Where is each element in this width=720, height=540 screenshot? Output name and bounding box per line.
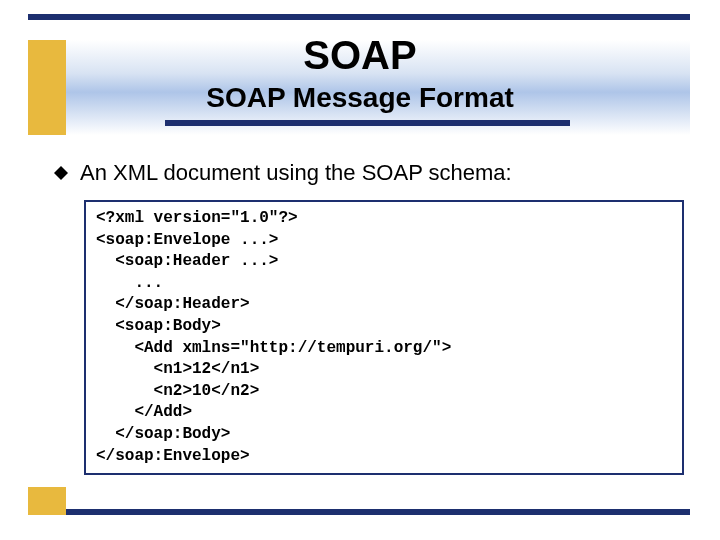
code-line: </Add> xyxy=(96,402,672,424)
code-line: <soap:Header ...> xyxy=(96,251,672,273)
bullet-text: An XML document using the SOAP schema: xyxy=(80,160,512,186)
bullet-item: An XML document using the SOAP schema: xyxy=(54,160,512,186)
code-line: <Add xmlns="http://tempuri.org/"> xyxy=(96,338,672,360)
title-underline xyxy=(165,120,570,126)
code-line: <n1>12</n1> xyxy=(96,359,672,381)
diamond-bullet-icon xyxy=(54,166,68,180)
slide-subtitle: SOAP Message Format xyxy=(0,82,720,114)
gold-bottom-block xyxy=(28,487,66,515)
code-line: <soap:Body> xyxy=(96,316,672,338)
svg-marker-0 xyxy=(54,166,68,180)
code-box: <?xml version="1.0"?> <soap:Envelope ...… xyxy=(84,200,684,475)
code-line: ... xyxy=(96,273,672,295)
code-line: </soap:Body> xyxy=(96,424,672,446)
code-line: <?xml version="1.0"?> xyxy=(96,208,672,230)
slide-title: SOAP xyxy=(0,33,720,78)
top-accent-bar xyxy=(28,14,690,20)
code-line: </soap:Envelope> xyxy=(96,446,672,468)
code-line: <n2>10</n2> xyxy=(96,381,672,403)
code-line: <soap:Envelope ...> xyxy=(96,230,672,252)
bottom-accent-bar xyxy=(66,509,690,515)
code-line: </soap:Header> xyxy=(96,294,672,316)
